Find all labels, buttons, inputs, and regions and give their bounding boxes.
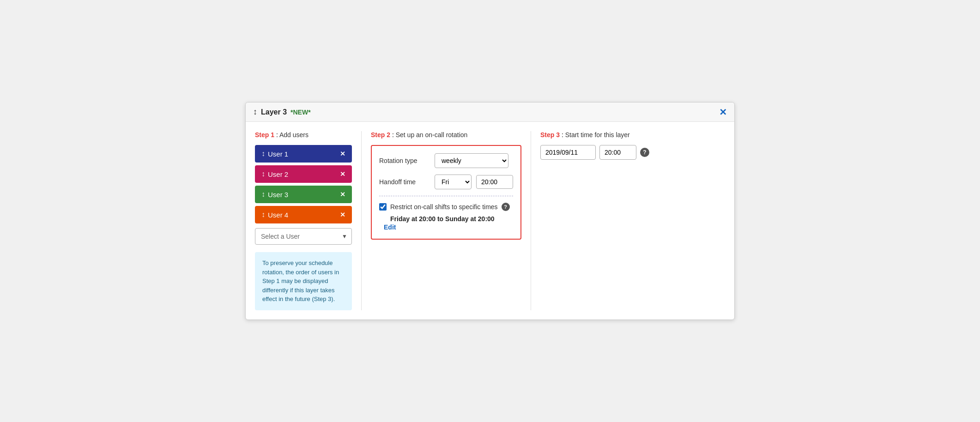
restrict-label: Restrict on-call shifts to specific time… bbox=[390, 203, 498, 211]
divider-2 bbox=[531, 131, 531, 310]
help-icon[interactable]: ? bbox=[502, 203, 510, 211]
step2-box: Rotation type weekly daily custom Handof… bbox=[371, 145, 521, 240]
step2-column: Step 2 : Set up an on-call rotation Rota… bbox=[363, 131, 529, 310]
drag-icon: ↕ bbox=[261, 211, 264, 219]
main-content: Step 1 : Add users ↕ User 1 ✕ ↕ User 2 bbox=[246, 122, 734, 320]
rotation-type-row: Rotation type weekly daily custom bbox=[379, 153, 513, 168]
restrict-checkbox[interactable] bbox=[379, 203, 387, 211]
select-user-dropdown[interactable]: Select a User bbox=[255, 228, 352, 245]
step2-label: Step 2 : Set up an on-call rotation bbox=[371, 131, 521, 139]
divider-1 bbox=[361, 131, 362, 310]
drag-icon: ↕ bbox=[261, 170, 264, 178]
user-item[interactable]: ↕ User 3 ✕ bbox=[255, 186, 352, 203]
step3-inputs-row: ? bbox=[540, 145, 720, 160]
handoff-time-label: Handoff time bbox=[379, 178, 430, 186]
restrict-time-row: Friday at 20:00 to Sunday at 20:00 Edit bbox=[379, 215, 513, 231]
layer-window: ↕ Layer 3 *NEW* ✕ Step 1 : Add users ↕ U… bbox=[245, 102, 735, 320]
info-text: To preserve your schedule rotation, the … bbox=[262, 259, 339, 302]
step1-colon: : bbox=[276, 131, 278, 139]
edit-link[interactable]: Edit bbox=[384, 223, 396, 231]
user-item[interactable]: ↕ User 4 ✕ bbox=[255, 206, 352, 223]
drag-icon: ↕ bbox=[261, 150, 264, 158]
step3-text: Start time for this layer bbox=[565, 131, 630, 139]
step2-text: Set up an on-call rotation bbox=[396, 131, 468, 139]
user-item[interactable]: ↕ User 2 ✕ bbox=[255, 165, 352, 183]
remove-user-button[interactable]: ✕ bbox=[340, 150, 345, 157]
step3-column: Step 3 : Start time for this layer ? bbox=[533, 131, 727, 310]
step3-label: Step 3 : Start time for this layer bbox=[540, 131, 720, 139]
new-badge: *NEW* bbox=[290, 109, 311, 116]
handoff-time-input[interactable] bbox=[476, 175, 513, 189]
step2-colon: : bbox=[392, 131, 394, 139]
title-bar: ↕ Layer 3 *NEW* ✕ bbox=[246, 102, 734, 122]
close-button[interactable]: ✕ bbox=[719, 108, 727, 117]
step3-colon: : bbox=[562, 131, 563, 139]
rotation-type-select[interactable]: weekly daily custom bbox=[435, 153, 508, 168]
user-label: User 1 bbox=[268, 150, 288, 158]
info-box: To preserve your schedule rotation, the … bbox=[255, 252, 352, 310]
section-divider bbox=[379, 196, 513, 196]
select-user-wrapper: Select a User ▼ bbox=[255, 228, 352, 245]
user-label: User 4 bbox=[268, 211, 288, 219]
help-icon[interactable]: ? bbox=[640, 148, 649, 157]
user-list: ↕ User 1 ✕ ↕ User 2 ✕ ↕ User 3 bbox=[255, 145, 352, 223]
start-date-input[interactable] bbox=[540, 145, 596, 160]
window-title: Layer 3 bbox=[261, 108, 287, 116]
step1-column: Step 1 : Add users ↕ User 1 ✕ ↕ User 2 bbox=[253, 131, 359, 310]
handoff-day-select[interactable]: Sun Mon Tue Wed Thu Fri Sat bbox=[435, 175, 472, 189]
rotation-type-label: Rotation type bbox=[379, 157, 430, 164]
handoff-time-row: Handoff time Sun Mon Tue Wed Thu Fri Sat bbox=[379, 175, 513, 189]
remove-user-button[interactable]: ✕ bbox=[340, 191, 345, 198]
user-label: User 3 bbox=[268, 191, 288, 199]
step1-text: Add users bbox=[279, 131, 309, 139]
drag-icon: ↕ bbox=[261, 190, 264, 199]
restrict-time-text: Friday at 20:00 to Sunday at 20:00 bbox=[390, 215, 495, 223]
drag-handle-icon: ↕ bbox=[253, 107, 257, 117]
start-time-input[interactable] bbox=[599, 145, 636, 160]
step2-number: Step 2 bbox=[371, 131, 390, 139]
user-item[interactable]: ↕ User 1 ✕ bbox=[255, 145, 352, 163]
remove-user-button[interactable]: ✕ bbox=[340, 211, 345, 218]
step1-label: Step 1 : Add users bbox=[255, 131, 352, 139]
restrict-row: Restrict on-call shifts to specific time… bbox=[379, 203, 513, 211]
remove-user-button[interactable]: ✕ bbox=[340, 170, 345, 178]
user-label: User 2 bbox=[268, 170, 288, 178]
step1-number: Step 1 bbox=[255, 131, 274, 139]
step3-number: Step 3 bbox=[540, 131, 560, 139]
